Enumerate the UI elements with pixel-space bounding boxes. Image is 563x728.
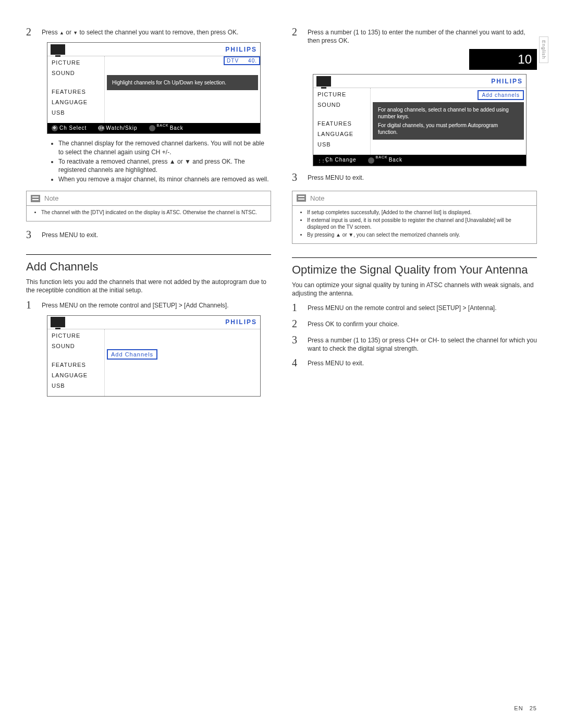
back-icon [368, 157, 374, 164]
menu-item: LANGUAGE [52, 372, 104, 378]
tv-menu-add-channels: PHILIPS PICTURE SOUND FEATURES LANGUAGE … [47, 315, 261, 397]
ok-icon: OK [98, 125, 104, 131]
menu-left-items: PICTURE SOUND FEATURES LANGUAGE USB [47, 56, 105, 123]
step-number: 3 [292, 334, 301, 353]
step-number: 3 [292, 171, 301, 183]
menu-left-items: PICTURE SOUND FEATURES LANGUAGE USB [313, 88, 371, 155]
footer-label: Back [170, 125, 183, 131]
opt-step-4: 4 Press MENU to exit. [292, 357, 537, 369]
section-body: This function lets you add the channels … [26, 278, 271, 294]
step-text: Press MENU to exit. [308, 357, 364, 369]
brand-logo: PHILIPS [225, 46, 257, 53]
opt-step-3: 3 Press a number (1 to 135) or press CH+… [292, 334, 537, 353]
footer-label: Ch Change [325, 157, 357, 163]
menu-item: PICTURE [317, 91, 370, 97]
add-channels-badge: Add Channels [107, 349, 157, 360]
language-tab: English [539, 36, 548, 63]
footer-label: Ch Select [59, 125, 87, 131]
note-icon [31, 195, 40, 202]
tv-menu-remove-channel: PHILIPS PICTURE SOUND FEATURES LANGUAGE … [47, 42, 261, 134]
footer-label: Back [389, 157, 402, 163]
right-step-3: 3 Press MENU to exit. [292, 171, 537, 183]
note-item: By pressing ▲ or ▼, you can select the m… [307, 231, 531, 238]
channel-number-panel: 10 [469, 49, 537, 70]
step-text: Press OK to conﬁrm your choice. [308, 318, 399, 330]
tv-icon [316, 76, 331, 87]
nav-arrows-icon: ✥ [52, 125, 58, 131]
menu-item: USB [52, 382, 104, 389]
left-column: 2 Press or to select the channel you wan… [26, 26, 271, 402]
menu-item: PICTURE [52, 59, 104, 66]
note-icon [297, 194, 306, 202]
back-icon [149, 125, 155, 131]
note-box: Note If setup completes successfully, [A… [292, 191, 537, 244]
tv-menu-footer: ✥Ch Select OKWatch/Skip BACKBack [47, 123, 260, 133]
menu-item: SOUND [52, 343, 104, 349]
menu-item: PICTURE [52, 332, 104, 339]
text: Press [42, 29, 59, 36]
menu-item: FEATURES [52, 89, 104, 95]
menu-item: FEATURES [52, 362, 104, 368]
note-item: If external input is used, it is not pos… [307, 217, 531, 230]
dtv-value: 40. [248, 58, 257, 64]
left-step-3: 3 Press MENU to exit. [26, 229, 271, 241]
opt-step-1: 1 Press MENU on the remote control and s… [292, 302, 537, 314]
hint-box: Highlight channels for Ch Up/Down key se… [107, 75, 258, 90]
tv-menu-add-channels-detail: PHILIPS PICTURE SOUND FEATURES LANGUAGE … [313, 74, 527, 166]
hint-line: For digital channels, you must perform A… [378, 122, 519, 135]
menu-item: FEATURES [317, 120, 370, 127]
menu-item: SOUND [317, 102, 370, 108]
footer-label: Watch/Skip [106, 125, 137, 131]
add-step-1: 1 Press MENU on the remote control and [… [26, 299, 271, 311]
step-text: Press MENU on the remote control and [SE… [42, 299, 229, 311]
step-text: Press or to select the channel you want … [42, 26, 238, 38]
hint-line: For analog channels, select a channel to… [378, 106, 519, 120]
text: or [64, 29, 73, 36]
step-number: 3 [26, 229, 35, 241]
back-sup: BACK [376, 155, 388, 159]
dtv-label: DTV [227, 58, 239, 64]
bullet-item: When you remove a major channel, its min… [58, 175, 271, 183]
section-title-optimize-antenna: Optimize the Signal Quality from Your An… [292, 257, 537, 277]
menu-item: USB [52, 109, 104, 116]
menu-left-items: PICTURE SOUND FEATURES LANGUAGE USB [47, 329, 105, 396]
menu-item: USB [317, 141, 370, 147]
right-step-2: 2 Press a number (1 to 135) to enter the… [292, 26, 537, 45]
step-number: 2 [292, 26, 301, 45]
menu-item: SOUND [52, 70, 104, 76]
back-sup: BACK [157, 124, 169, 127]
note-item: The channel with the [DTV] indicated on … [41, 209, 265, 216]
note-box: Note The channel with the [DTV] indicate… [26, 191, 271, 221]
brand-logo: PHILIPS [225, 318, 257, 326]
hint-box: For analog channels, select a channel to… [373, 102, 524, 140]
menu-item: LANGUAGE [317, 131, 370, 137]
footer-lang: EN [514, 705, 523, 711]
number-keys-icon [317, 157, 324, 164]
step-number: 4 [292, 357, 301, 369]
right-column: 2 Press a number (1 to 135) to enter the… [292, 26, 537, 402]
bullet-list: The channel display for the removed chan… [52, 139, 271, 183]
menu-item: LANGUAGE [52, 99, 104, 105]
step-text: Press MENU to exit. [308, 171, 364, 183]
step-number: 2 [26, 26, 35, 38]
triangle-down-icon [73, 29, 78, 36]
opt-step-2: 2 Press OK to conﬁrm your choice. [292, 318, 537, 330]
tv-icon [51, 317, 65, 327]
note-label: Note [310, 194, 324, 202]
left-step-2: 2 Press or to select the channel you wan… [26, 26, 271, 38]
bullet-item: To reactivate a removed channel, press ▲… [58, 157, 271, 174]
step-text: Press a number (1 to 135) to enter the n… [308, 26, 537, 45]
note-item: If setup completes successfully, [Added … [307, 209, 531, 216]
step-number: 1 [292, 302, 301, 314]
tv-menu-footer: Ch Change BACKBack [313, 155, 526, 165]
step-text: Press MENU on the remote control and sel… [308, 302, 497, 314]
dtv-badge: DTV 40. [224, 56, 260, 65]
add-channels-badge: Add channels [478, 90, 524, 100]
section-body: You can optimize your signal quality by … [292, 281, 537, 298]
footer-page: 25 [530, 705, 537, 711]
section-title-add-channels: Add Channels [26, 254, 271, 274]
step-text: Press a number (1 to 135) or press CH+ o… [308, 334, 537, 353]
note-label: Note [44, 194, 58, 202]
bullet-item: The channel display for the removed chan… [58, 139, 271, 156]
step-text: Press MENU to exit. [42, 229, 98, 241]
